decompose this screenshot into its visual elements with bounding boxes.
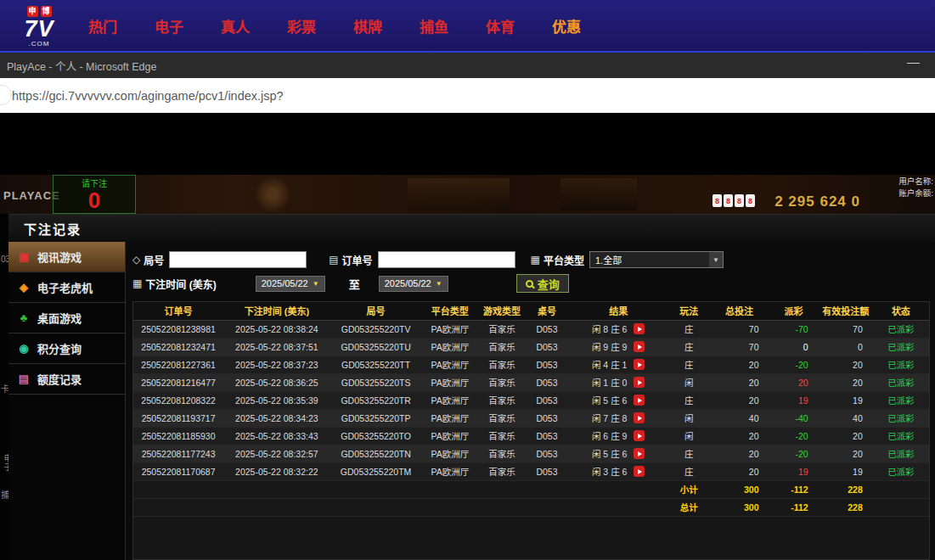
table-cell: 250522081208322	[133, 391, 223, 409]
table-cell: 250522081216477	[133, 373, 223, 391]
result-cell: 闲 6 庄 9	[568, 427, 668, 445]
sidebar-item-credit-records[interactable]: ▤ 额度记录	[8, 364, 125, 395]
sidebar-item-label: 积分查询	[37, 340, 82, 356]
table-cell: 0	[769, 338, 819, 356]
edge-text: 电子	[1, 454, 8, 471]
roulette-thumbnail	[255, 176, 290, 212]
play-icon	[638, 327, 642, 332]
platform-type-value: 1.全部	[590, 253, 709, 266]
nav-item-lottery[interactable]: 彩票	[287, 15, 316, 36]
table-cell: 20	[769, 373, 819, 391]
nav-item-hot[interactable]: 热门	[88, 15, 117, 36]
table-cell: PA欧洲厅	[422, 462, 478, 480]
table-cell: PA欧洲厅	[422, 373, 478, 391]
replay-play-button[interactable]	[634, 430, 645, 441]
minimize-button[interactable]: —	[907, 54, 920, 69]
platform-type-select[interactable]: 1.全部 ▼	[589, 251, 724, 268]
nav-item-promos[interactable]: 优惠	[552, 15, 581, 36]
table-cell: 300	[709, 498, 769, 516]
replay-play-button[interactable]	[634, 395, 645, 406]
table-cell: 250522081170687	[133, 462, 223, 480]
playace-watermark: PLAYACE	[3, 189, 60, 202]
nav-item-sports[interactable]: 体育	[486, 15, 515, 36]
table-cell: 70	[709, 320, 769, 338]
table-cell	[873, 480, 929, 498]
table-cell: GD053255220TN	[330, 445, 421, 462]
sidebar-item-points-query[interactable]: ◉ 积分查询	[8, 333, 125, 364]
table-cell: 闲	[668, 373, 709, 391]
result-cell: 闲 7 庄 8	[568, 409, 668, 427]
video-camera-icon: ▣	[17, 250, 31, 263]
table-thumbnail	[408, 178, 510, 210]
date-from-value: 2025/05/22	[262, 278, 308, 288]
table-cell: 闲	[668, 409, 709, 427]
column-header: 结果	[568, 302, 668, 320]
search-button[interactable]: 查询	[516, 274, 569, 293]
table-row: 2505220811937172025-05-22 08:34:23GD0532…	[133, 409, 929, 427]
table-cell: 20	[709, 462, 769, 480]
sidebar-item-table-games[interactable]: ♣ 桌面游戏	[8, 303, 125, 333]
table-cell: -20	[769, 445, 819, 462]
table-cell: 百家乐	[478, 462, 526, 480]
play-icon	[638, 362, 642, 367]
table-cell: GD053255220TR	[330, 391, 421, 409]
table-cell: 庄	[668, 462, 709, 480]
date-to-select[interactable]: 2025/05/22 ▼	[379, 276, 448, 292]
address-bar[interactable]: https://gci.7vvvvvv.com/agingame/pcv1/in…	[0, 78, 935, 113]
sidebar-item-slot-machines[interactable]: ◈ 电子老虎机	[8, 272, 125, 303]
table-cell: -20	[769, 427, 819, 445]
replay-play-button[interactable]	[634, 448, 645, 459]
card-thumbnails: 8 8 8 8	[713, 194, 755, 207]
table-cell: 228	[819, 498, 873, 516]
order-number-input[interactable]	[378, 251, 515, 268]
table-cell: 2025-05-22 08:37:23	[223, 356, 330, 373]
result-text: 闲 9 庄 9	[592, 340, 627, 353]
replay-play-button[interactable]	[634, 359, 645, 370]
sidebar-item-label: 视讯游戏	[37, 249, 82, 265]
nav-item-live[interactable]: 真人	[221, 15, 250, 36]
status-badge: 已派彩	[873, 427, 929, 445]
to-label: 至	[349, 276, 360, 292]
round-number-input[interactable]	[169, 251, 307, 268]
table-cell	[133, 480, 223, 498]
nav-item-fishing[interactable]: 捕鱼	[420, 15, 448, 36]
total-row-label: 总计	[668, 498, 709, 516]
table-cell: 20	[709, 391, 769, 409]
replay-play-button[interactable]	[634, 466, 645, 477]
table-cell	[526, 498, 568, 516]
replay-play-button[interactable]	[634, 412, 645, 423]
card-icon: 8	[746, 194, 755, 207]
site-logo[interactable]: 申 博 7V .COM	[0, 4, 78, 48]
replay-play-button[interactable]	[634, 341, 645, 352]
table-cell: 250522081185930	[133, 427, 223, 445]
table-cell: 19	[819, 391, 873, 409]
replay-play-button[interactable]	[634, 377, 645, 388]
subtotal-row-label: 小计	[668, 480, 709, 498]
nav-item-cards[interactable]: 棋牌	[353, 15, 382, 36]
window-title: PlayAce - 个人 - Microsoft Edge	[7, 58, 156, 74]
window-titlebar: PlayAce - 个人 - Microsoft Edge —	[0, 53, 935, 78]
table-cell: 百家乐	[478, 373, 526, 391]
result-text: 闲 5 庄 6	[592, 394, 627, 406]
table-cell: 250522081238981	[133, 320, 223, 338]
sidebar-item-live-video-games[interactable]: ▣ 视讯游戏	[8, 242, 125, 272]
status-badge: 已派彩	[873, 462, 929, 480]
table-cell	[330, 480, 421, 498]
table-cell: PA欧洲厅	[422, 320, 478, 338]
table-cell: 20	[819, 427, 873, 445]
result-text: 闲 3 庄 6	[592, 465, 627, 478]
table-cell: 250522081227361	[133, 356, 223, 373]
date-from-select[interactable]: 2025/05/22 ▼	[256, 276, 325, 292]
column-header: 状态	[873, 302, 929, 320]
table-cell: 20	[819, 356, 873, 373]
nav-item-slots[interactable]: 电子	[155, 15, 183, 36]
table-cell: 20	[819, 373, 873, 391]
table-cell: D053	[526, 320, 568, 338]
panel-sidebar: ▣ 视讯游戏 ◈ 电子老虎机 ♣ 桌面游戏 ◉ 积分查询 ▤ 额度记录	[8, 242, 126, 560]
user-info-labels: 用户名称: 账户余额:	[898, 176, 933, 200]
points-icon: ◉	[17, 342, 31, 355]
replay-play-button[interactable]	[634, 323, 645, 334]
background-edge-strip: 03 卡 电子 捕	[0, 214, 8, 560]
table-cell: 庄	[668, 445, 709, 462]
table-cell: 百家乐	[478, 320, 526, 338]
